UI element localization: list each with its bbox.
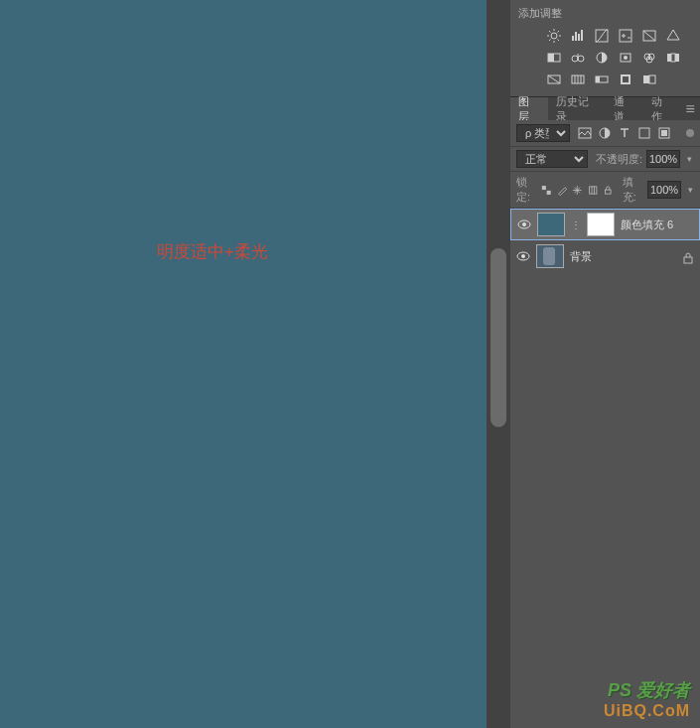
- svg-rect-31: [547, 190, 551, 194]
- visibility-icon[interactable]: [516, 249, 530, 263]
- svg-rect-33: [606, 190, 612, 194]
- hue-sat-icon[interactable]: [665, 28, 681, 44]
- svg-rect-20: [596, 76, 600, 82]
- svg-rect-15: [671, 54, 675, 62]
- filter-type-icon[interactable]: [618, 126, 631, 140]
- gradient-map-icon[interactable]: [594, 72, 610, 87]
- svg-rect-16: [675, 54, 679, 62]
- lock-indicator-icon: [682, 250, 694, 262]
- brightness-contrast-icon[interactable]: [546, 28, 562, 44]
- svg-rect-14: [667, 54, 671, 62]
- vibrance-icon[interactable]: [641, 28, 657, 44]
- black-white-icon[interactable]: [570, 50, 586, 66]
- fill-input[interactable]: [647, 181, 681, 199]
- svg-point-7: [578, 56, 584, 62]
- filter-toggle[interactable]: [686, 129, 694, 137]
- layer-mask-thumbnail[interactable]: [587, 213, 615, 236]
- posterize-icon[interactable]: [546, 72, 562, 87]
- canvas-annotation: 明度适中+柔光: [157, 240, 268, 263]
- fill-dropdown-icon[interactable]: ▾: [686, 185, 694, 195]
- filter-smart-icon[interactable]: [657, 126, 671, 140]
- canvas[interactable]: 明度适中+柔光: [0, 0, 487, 728]
- lock-all-icon[interactable]: [603, 184, 614, 197]
- svg-point-10: [624, 56, 628, 60]
- fill-label: 填充:: [623, 175, 642, 205]
- threshold-icon[interactable]: [570, 72, 586, 87]
- panels: 添加调整 图层 历史记录 通道 动作 ≡: [510, 0, 700, 728]
- color-lookup-icon[interactable]: [641, 50, 657, 66]
- lock-artboard-icon[interactable]: [588, 184, 599, 197]
- watermark-line1: PS 爱好者: [604, 678, 690, 702]
- adjustments-title: 添加调整: [510, 4, 700, 25]
- svg-rect-24: [649, 75, 655, 83]
- blend-bar: 正常 不透明度: ▾: [510, 147, 700, 172]
- vertical-scrollbar[interactable]: [487, 0, 510, 728]
- svg-rect-38: [684, 257, 692, 263]
- filter-adjust-icon[interactable]: [598, 126, 612, 140]
- svg-point-6: [572, 56, 578, 62]
- tab-layers[interactable]: 图层: [510, 97, 548, 120]
- layer-name[interactable]: 颜色填充 6: [621, 218, 693, 232]
- filter-pixel-icon[interactable]: [578, 126, 592, 140]
- tab-channels[interactable]: 通道: [606, 97, 643, 120]
- more-adjust-icon[interactable]: [641, 72, 657, 87]
- lock-position-icon[interactable]: [572, 184, 583, 197]
- lock-label: 锁定:: [516, 175, 536, 205]
- lock-transparent-icon[interactable]: [541, 184, 552, 197]
- layer-filter-bar: ρ 类型: [510, 120, 700, 147]
- svg-rect-5: [548, 54, 554, 62]
- channel-mixer-icon[interactable]: [618, 50, 633, 66]
- curves-icon[interactable]: [594, 28, 610, 44]
- lock-bar: 锁定: 填充: ▾: [510, 172, 700, 209]
- layer-row[interactable]: ⋮ 颜色填充 6: [510, 209, 700, 240]
- tab-history[interactable]: 历史记录: [548, 97, 607, 120]
- filter-shape-icon[interactable]: [637, 126, 651, 140]
- blend-mode-select[interactable]: 正常: [516, 150, 588, 168]
- layer-thumbnail[interactable]: [536, 244, 564, 268]
- svg-rect-23: [643, 75, 649, 83]
- opacity-dropdown-icon[interactable]: ▾: [684, 154, 694, 164]
- svg-rect-29: [661, 130, 667, 136]
- layers-list: ⋮ 颜色填充 6 背景: [510, 209, 700, 272]
- lock-pixels-icon[interactable]: [557, 184, 568, 197]
- svg-rect-32: [589, 186, 596, 193]
- layer-thumbnail[interactable]: [537, 213, 565, 236]
- watermark: PS 爱好者 UiBQ.CoM: [604, 678, 690, 720]
- svg-rect-22: [623, 76, 629, 82]
- layers-empty-area: [510, 272, 700, 728]
- visibility-icon[interactable]: [517, 218, 531, 231]
- invert-icon[interactable]: [665, 50, 681, 66]
- svg-point-37: [521, 254, 525, 258]
- svg-rect-30: [542, 186, 546, 190]
- adjustments-panel: 添加调整: [510, 0, 700, 96]
- layer-name[interactable]: 背景: [570, 249, 676, 264]
- exposure-icon[interactable]: [618, 28, 633, 44]
- layer-row[interactable]: 背景: [510, 240, 700, 272]
- layer-link-icon: ⋮: [571, 219, 581, 230]
- svg-point-35: [522, 222, 526, 226]
- color-balance-icon[interactable]: [546, 50, 562, 66]
- selective-color-icon[interactable]: [618, 72, 633, 87]
- levels-icon[interactable]: [570, 28, 586, 44]
- svg-rect-27: [639, 128, 649, 138]
- layer-kind-select[interactable]: ρ 类型: [516, 124, 570, 142]
- opacity-input[interactable]: [646, 150, 680, 168]
- tab-actions[interactable]: 动作: [643, 97, 681, 120]
- watermark-line2: UiBQ.CoM: [604, 702, 690, 720]
- opacity-label: 不透明度:: [596, 152, 642, 167]
- panel-menu-icon[interactable]: ≡: [680, 97, 700, 120]
- photo-filter-icon[interactable]: [594, 50, 610, 66]
- panel-tabs: 图层 历史记录 通道 动作 ≡: [510, 96, 700, 120]
- svg-point-0: [551, 33, 557, 39]
